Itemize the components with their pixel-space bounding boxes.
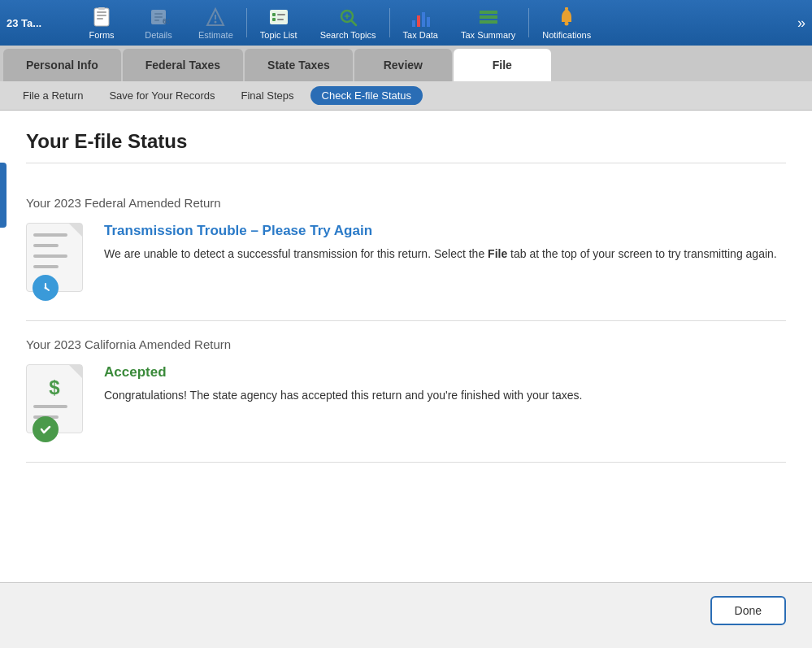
svg-rect-2 (97, 15, 106, 16)
svg-rect-24 (422, 12, 425, 27)
done-button[interactable]: Done (710, 596, 786, 625)
details-label: Details (145, 30, 172, 40)
svg-rect-17 (277, 19, 284, 20)
california-status-body: Congratulations! The state agency has ac… (104, 387, 786, 404)
toolbar-tax-summary[interactable]: Tax Summary (449, 2, 527, 43)
federal-section-title: Your 2023 Federal Amended Return (26, 196, 786, 210)
svg-rect-4 (98, 7, 105, 10)
topiclist-label: Topic List (260, 30, 297, 40)
subtab-navigation: File a Return Save for Your Records Fina… (0, 81, 812, 111)
tab-personal-info[interactable]: Personal Info (3, 49, 121, 81)
federal-status-headline: Transmission Trouble – Please Try Again (104, 223, 786, 239)
ca-doc-line-1 (33, 405, 67, 408)
tab-navigation: Personal Info Federal Taxes State Taxes … (0, 46, 812, 81)
subtab-final-steps[interactable]: Final Steps (232, 86, 304, 105)
taxdata-icon (409, 6, 432, 28)
doc-line-4 (33, 265, 59, 268)
search-topics-label: Search Topics (320, 30, 376, 40)
details-icon: 6:52 (147, 6, 170, 28)
svg-rect-8 (154, 20, 159, 21)
notifications-icon (555, 6, 578, 28)
toolbar-notifications[interactable]: Notifications (531, 2, 602, 43)
svg-rect-1 (97, 11, 106, 13)
toolbar-search-topics[interactable]: Search Topics (309, 2, 388, 43)
svg-rect-6 (154, 13, 163, 15)
notifications-label: Notifications (542, 30, 591, 40)
california-status-headline: Accepted (104, 364, 786, 381)
toolbar-details: 6:52 Details (130, 2, 187, 43)
svg-rect-15 (272, 18, 276, 21)
subtab-file-a-return[interactable]: File a Return (13, 86, 93, 105)
toolbar-forms[interactable]: Forms (73, 2, 130, 43)
doc-line-3 (33, 254, 67, 258)
tab-file[interactable]: File (454, 49, 551, 81)
toolbar-topic-list[interactable]: Topic List (249, 2, 309, 43)
taxsummary-icon (477, 6, 500, 28)
forms-icon (90, 6, 113, 28)
california-status-row: $ Accepted Congratulations! The state ag… (26, 364, 786, 446)
federal-status-body: We are unable to detect a successful tra… (104, 246, 786, 263)
subtab-save-for-records[interactable]: Save for Your Records (99, 86, 224, 105)
svg-rect-22 (412, 20, 415, 27)
federal-status-info: Transmission Trouble – Please Try Again … (104, 223, 786, 263)
svg-rect-26 (480, 15, 497, 19)
tab-federal-taxes[interactable]: Federal Taxes (123, 49, 243, 81)
estimate-label: Estimate (198, 30, 233, 40)
svg-rect-13 (270, 10, 288, 24)
svg-rect-27 (480, 20, 497, 24)
more-button[interactable]: » (797, 15, 805, 32)
svg-rect-7 (154, 16, 163, 18)
tab-review[interactable]: Review (354, 49, 452, 81)
topiclist-icon (267, 6, 290, 28)
left-indicator (0, 163, 7, 228)
dollar-sign: $ (33, 376, 76, 399)
svg-rect-30 (565, 7, 568, 10)
tab-state-taxes[interactable]: State Taxes (245, 49, 353, 81)
svg-rect-25 (427, 17, 430, 27)
svg-rect-16 (277, 14, 285, 15)
federal-status-row: Transmission Trouble – Please Try Again … (26, 223, 786, 304)
footer: Done (0, 582, 812, 638)
subtab-check-efile-status[interactable]: Check E-file Status (310, 86, 423, 105)
search-icon (337, 6, 359, 28)
doc-line-1 (33, 233, 67, 237)
svg-text:6:52: 6:52 (163, 17, 170, 25)
taxdata-label: Tax Data (403, 30, 438, 40)
svg-rect-28 (480, 11, 497, 14)
estimate-icon (204, 6, 227, 28)
main-content: Your E-file Status Your 2023 Federal Ame… (0, 111, 812, 582)
svg-line-19 (351, 20, 356, 25)
forms-label: Forms (89, 30, 114, 40)
toolbar: 23 Ta... Forms (0, 0, 812, 46)
california-amended-section: Your 2023 California Amended Return $ Ac… (26, 321, 786, 463)
svg-point-34 (45, 287, 47, 289)
svg-point-35 (38, 422, 53, 437)
california-section-title: Your 2023 California Amended Return (26, 337, 786, 351)
svg-rect-3 (97, 18, 103, 20)
svg-point-29 (565, 22, 569, 26)
clock-badge (33, 275, 59, 301)
app-title: 23 Ta... (7, 17, 63, 29)
check-badge (33, 416, 59, 442)
california-status-info: Accepted Congratulations! The state agen… (104, 364, 786, 404)
toolbar-estimate: Estimate (187, 2, 245, 43)
doc-line-2 (33, 244, 59, 247)
federal-doc-icon-wrapper (26, 223, 91, 304)
svg-rect-0 (94, 8, 109, 26)
toolbar-items: Forms 6:52 Details (73, 2, 797, 43)
federal-amended-section: Your 2023 Federal Amended Return (26, 180, 786, 321)
svg-rect-14 (272, 13, 276, 16)
california-doc-icon-wrapper: $ (26, 364, 91, 446)
page-title: Your E-file Status (26, 130, 786, 163)
taxsummary-label: Tax Summary (461, 30, 515, 40)
svg-point-12 (215, 21, 217, 24)
svg-rect-23 (417, 15, 420, 27)
toolbar-tax-data[interactable]: Tax Data (392, 2, 449, 43)
